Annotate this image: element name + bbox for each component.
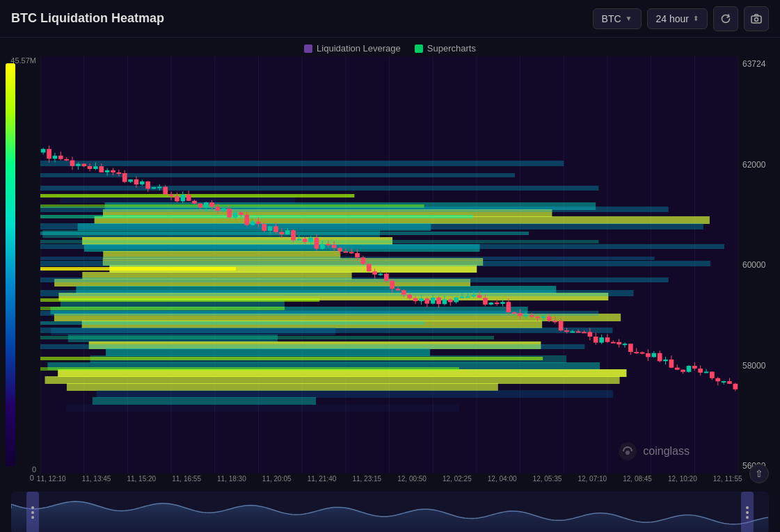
minimap-area[interactable] [11, 492, 769, 532]
heatmap-canvas [40, 56, 738, 474]
x-axis-label: 12, 07:10 [578, 475, 607, 483]
handle-dot [746, 516, 749, 519]
legend-label-supercharts: Supercharts [427, 43, 476, 54]
minimap-handle-right[interactable] [741, 492, 754, 532]
watermark-text: coinglass [643, 445, 690, 458]
legend-item-supercharts: Supercharts [415, 43, 476, 54]
timeframe-dropdown-chevron: ⬍ [693, 15, 699, 22]
page-title: BTC Liquidation Heatmap [11, 11, 593, 26]
asset-dropdown-chevron: ▼ [626, 15, 632, 22]
x-axis-label: 12, 00:50 [397, 475, 427, 483]
x-axis-label: 11, 13:45 [82, 475, 111, 483]
scroll-up-button[interactable]: ⇧ [749, 464, 769, 483]
handle-dot [31, 511, 34, 514]
legend-label-liquidation: Liquidation Leverage [317, 43, 401, 54]
y-axis-left: 45.57M 0 [0, 56, 40, 474]
legend-dot-liquidation [304, 45, 312, 53]
minimap-handle-left[interactable] [26, 492, 39, 532]
camera-icon [751, 13, 762, 24]
y-axis-left-bottom: 0 [13, 465, 36, 474]
heatmap-canvas-wrap[interactable]: coinglass [40, 56, 738, 474]
y-axis-right-0: 63724 [742, 59, 765, 69]
x-axis-label: 11, 15:20 [127, 475, 156, 483]
x-axis-label: 12, 05:35 [533, 475, 562, 483]
minimap-canvas [11, 492, 769, 532]
x-axis-label: 11, 12:10 [37, 475, 66, 483]
handle-dot [31, 516, 34, 519]
screenshot-button[interactable] [744, 6, 769, 31]
x-axis-label: 12, 11:55 [713, 475, 742, 483]
y-axis-right-1: 62000 [742, 160, 765, 170]
chevron-up-icon: ⇧ [755, 468, 763, 479]
x-axis-label: 11, 21:40 [308, 475, 337, 483]
handle-dot [746, 511, 749, 514]
handle-dot [31, 506, 34, 509]
svg-rect-0 [751, 16, 761, 23]
y-axis-right: 63724 62000 60000 58000 56000 [738, 56, 780, 474]
handle-dots-left [31, 506, 34, 519]
x-axis-label: 12, 08:45 [623, 475, 652, 483]
svg-point-3 [626, 451, 630, 455]
legend-item-liquidation: Liquidation Leverage [304, 43, 401, 54]
x-axis-label: 12, 02:25 [443, 475, 472, 483]
asset-dropdown[interactable]: BTC ▼ [593, 8, 642, 29]
timeframe-dropdown[interactable]: 24 hour ⬍ [647, 8, 708, 29]
header: BTC Liquidation Heatmap BTC ▼ 24 hour ⬍ [0, 0, 780, 38]
y-axis-right-2: 60000 [742, 260, 765, 270]
color-gradient-bar [6, 63, 15, 467]
legend-dot-supercharts [415, 45, 423, 53]
x-axis-label: 12, 04:00 [488, 475, 517, 483]
coinglass-logo-icon [618, 442, 637, 461]
watermark: coinglass [618, 442, 690, 461]
timeframe-dropdown-label: 24 hour [656, 13, 689, 24]
chart-area: 45.57M 0 coinglass 63724 62000 60000 580… [0, 56, 780, 474]
handle-dot [746, 506, 749, 509]
x-axis-label: 11, 23:15 [352, 475, 381, 483]
y-axis-right-3: 58000 [742, 361, 765, 371]
x-axis-labels: 11, 12:1011, 13:4511, 15:2011, 16:5511, … [37, 474, 742, 484]
x-axis-row: 0 11, 12:1011, 13:4511, 15:2011, 16:5511… [0, 474, 780, 489]
controls-area: BTC ▼ 24 hour ⬍ [593, 6, 769, 31]
refresh-button[interactable] [713, 6, 738, 31]
svg-point-1 [755, 17, 758, 21]
x-axis-label: 11, 16:55 [172, 475, 201, 483]
handle-dots-right [746, 506, 749, 519]
legend: Liquidation Leverage Supercharts [0, 38, 780, 56]
refresh-icon [720, 13, 731, 24]
asset-dropdown-label: BTC [602, 13, 621, 24]
x-axis-label: 11, 18:30 [217, 475, 246, 483]
x-axis-label: 12, 10:20 [668, 475, 697, 483]
zero-label: 0 [0, 474, 37, 482]
x-axis-label: 11, 20:05 [262, 475, 292, 483]
